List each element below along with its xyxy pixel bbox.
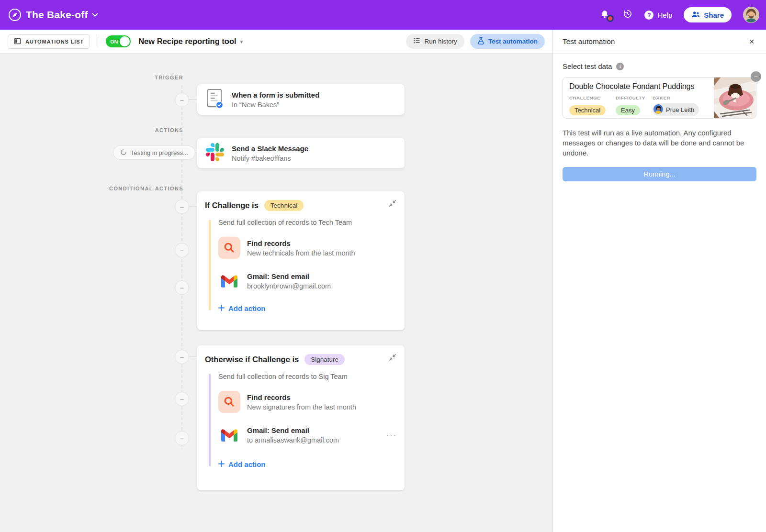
history-button[interactable] (622, 9, 633, 21)
step-subtitle: New technicals from the last month (247, 249, 355, 257)
info-icon[interactable]: i (616, 63, 624, 70)
automation-on-toggle[interactable]: ON (106, 35, 131, 47)
toolbar-divider (98, 37, 98, 46)
panel-title: Test automation (563, 37, 615, 46)
difficulty-value-badge: Easy (616, 105, 640, 115)
step-subtitle: New signatures from the last month (247, 403, 356, 411)
user-avatar[interactable] (743, 7, 759, 23)
slack-action-card[interactable]: Send a Slack Message Notify #bakeofffans (197, 138, 405, 168)
plus-icon (218, 304, 225, 312)
otherwise-condition-body: Send full collection of records to Sig T… (205, 373, 397, 468)
if-condition-title: If Challenge is (205, 201, 259, 210)
node-collapse-button[interactable]: − (175, 93, 189, 107)
test-record-card[interactable]: Double Chocolate Fondant Puddings CHALLE… (563, 77, 756, 119)
share-label: Share (704, 11, 724, 19)
node-collapse-button[interactable]: − (175, 431, 189, 445)
challenge-badge: Signature (304, 354, 345, 365)
run-history-icon (413, 37, 420, 45)
step-subtitle: to annalisaswank@gmail.com (247, 436, 339, 444)
slack-title: Send a Slack Message (232, 144, 308, 153)
field-label-difficulty: DIFFICULTY (616, 95, 653, 100)
if-condition-card[interactable]: If Challenge is Technical Send full coll… (197, 191, 405, 330)
flask-icon (477, 37, 484, 46)
chevron-down-icon (92, 11, 98, 19)
condition-color-bar (209, 374, 211, 466)
test-automation-panel: Test automation ✕ Select test data i Dou… (552, 30, 766, 532)
trigger-title: When a form is submitted (232, 91, 319, 99)
test-record-main: Double Chocolate Fondant Puddings CHALLE… (563, 78, 714, 118)
test-record-wrap: Double Chocolate Fondant Puddings CHALLE… (563, 77, 756, 119)
gmail-icon (218, 275, 240, 288)
remove-test-record-button[interactable]: − (751, 71, 761, 82)
condition-color-bar (209, 220, 211, 310)
record-photo (714, 78, 756, 118)
collapse-card-icon[interactable] (388, 199, 398, 209)
panel-header: Test automation ✕ (553, 30, 766, 54)
section-label-trigger: TRIGGER (86, 75, 183, 80)
notification-badge (607, 15, 614, 22)
share-people-icon (691, 11, 700, 20)
app-header: The Bake-off ? Help (0, 0, 766, 30)
gmail-step[interactable]: Gmail: Send email to annalisaswank@gmail… (218, 426, 397, 444)
automation-name-menu[interactable]: New Recipe reporting tool ▾ (138, 37, 243, 46)
node-collapse-button[interactable]: − (175, 392, 189, 406)
node-collapse-button[interactable]: − (175, 243, 189, 257)
help-button[interactable]: ? Help (644, 11, 672, 20)
slack-card-text: Send a Slack Message Notify #bakeofffans (232, 144, 308, 162)
notifications-button[interactable] (599, 9, 611, 21)
more-options-icon[interactable]: ··· (386, 431, 397, 440)
gmail-step[interactable]: Gmail: Send email brooklynbrown@gmail.co… (218, 272, 397, 290)
baker-value-badge: Prue Leith (653, 103, 699, 116)
collapse-card-icon[interactable] (388, 353, 398, 363)
plus-icon (218, 460, 225, 468)
test-automation-label: Test automation (488, 38, 538, 45)
test-automation-button[interactable]: Test automation (470, 34, 545, 49)
share-button[interactable]: Share (684, 7, 732, 22)
automations-list-label: AUTOMATIONS LIST (25, 39, 84, 44)
toggle-on-label: ON (110, 39, 118, 44)
otherwise-condition-header: Otherwise if Challenge is Signature (205, 354, 397, 365)
automation-designer-app: The Bake-off ? Help (0, 0, 766, 532)
section-label-conditional: CONDITIONAL ACTIONS (86, 186, 183, 191)
page-title: The Bake-off (26, 9, 88, 21)
if-condition-body: Send full collection of records to Tech … (205, 219, 397, 312)
step-subtitle: brooklynbrown@gmail.com (247, 282, 331, 290)
record-field-values: Technical Easy Prue Leith (569, 103, 708, 116)
slack-subtitle: Notify #bakeofffans (232, 155, 308, 162)
base-title-menu[interactable]: The Bake-off (26, 9, 98, 21)
find-records-icon (218, 237, 240, 259)
otherwise-condition-card[interactable]: Otherwise if Challenge is Signature Send… (197, 345, 405, 490)
sidebar-panel-icon (14, 38, 21, 45)
select-test-data-row: Select test data i (563, 62, 756, 70)
record-field-labels: CHALLENGE DIFFICULTY BAKER (569, 95, 708, 100)
find-records-step[interactable]: Find records New technicals from the las… (218, 237, 397, 259)
automations-list-button[interactable]: AUTOMATIONS LIST (8, 34, 90, 49)
add-action-label: Add action (228, 460, 266, 468)
node-collapse-button[interactable]: − (175, 350, 189, 364)
challenge-value-badge: Technical (569, 105, 606, 115)
add-action-button[interactable]: Add action (218, 460, 397, 468)
add-action-button[interactable]: Add action (218, 304, 397, 312)
automations-compass-icon[interactable] (7, 7, 23, 23)
caret-down-icon: ▾ (240, 38, 243, 45)
testing-status-label: Testing in progress... (131, 149, 188, 156)
node-collapse-button[interactable]: − (175, 280, 189, 295)
field-label-challenge: CHALLENGE (569, 95, 616, 100)
trigger-card[interactable]: When a form is submitted In “New Bakes” (197, 84, 405, 115)
form-icon (206, 88, 224, 111)
spinner-icon (120, 149, 127, 157)
otherwise-condition-description: Send full collection of records to Sig T… (218, 373, 397, 380)
otherwise-condition-title: Otherwise if Challenge is (205, 355, 299, 364)
run-test-button[interactable]: Running... (563, 167, 756, 181)
panel-body: Select test data i Double Chocolate Fond… (553, 54, 766, 190)
trigger-card-text: When a form is submitted In “New Bakes” (232, 91, 319, 109)
testing-status-pill: Testing in progress... (113, 145, 195, 160)
find-records-step[interactable]: Find records New signatures from the las… (218, 391, 397, 413)
live-run-warning: This test will run as a live automation.… (563, 128, 756, 158)
node-collapse-button[interactable]: − (175, 200, 189, 214)
field-label-baker: BAKER (653, 95, 708, 100)
run-history-button[interactable]: Run history (406, 34, 464, 49)
close-icon[interactable]: ✕ (747, 36, 756, 47)
baker-name: Prue Leith (666, 106, 694, 113)
trigger-subtitle: In “New Bakes” (232, 101, 319, 109)
